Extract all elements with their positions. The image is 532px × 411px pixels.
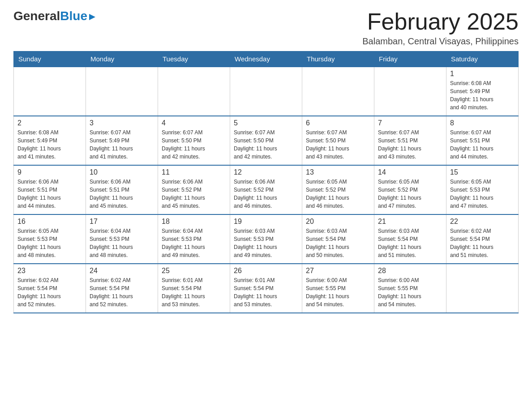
calendar-cell: 23Sunrise: 6:02 AM Sunset: 5:54 PM Dayli… [14,264,86,313]
calendar-cell: 15Sunrise: 6:05 AM Sunset: 5:53 PM Dayli… [446,165,519,214]
day-number: 18 [162,218,226,226]
calendar-day-header: Thursday [302,51,374,67]
day-number: 23 [17,267,82,275]
day-number: 24 [90,267,154,275]
day-number: 26 [234,267,298,275]
day-number: 10 [90,168,154,176]
calendar-table: SundayMondayTuesdayWednesdayThursdayFrid… [13,51,519,313]
day-info: Sunrise: 6:04 AM Sunset: 5:53 PM Dayligh… [90,227,154,259]
day-info: Sunrise: 6:03 AM Sunset: 5:54 PM Dayligh… [378,227,442,259]
day-info: Sunrise: 6:05 AM Sunset: 5:53 PM Dayligh… [17,227,82,259]
calendar-cell: 14Sunrise: 6:05 AM Sunset: 5:52 PM Dayli… [374,165,446,214]
logo: GeneralBlue [13,9,96,23]
day-info: Sunrise: 6:08 AM Sunset: 5:49 PM Dayligh… [17,128,82,161]
calendar-cell: 8Sunrise: 6:07 AM Sunset: 5:51 PM Daylig… [446,116,519,165]
calendar-cell [158,67,230,116]
calendar-cell: 20Sunrise: 6:03 AM Sunset: 5:54 PM Dayli… [302,214,374,264]
day-number: 7 [378,119,442,127]
day-number: 21 [378,218,442,226]
day-number: 9 [17,168,82,176]
day-info: Sunrise: 6:06 AM Sunset: 5:51 PM Dayligh… [90,178,154,210]
calendar-cell [230,67,302,116]
calendar-cell: 26Sunrise: 6:01 AM Sunset: 5:54 PM Dayli… [230,264,302,313]
day-info: Sunrise: 6:03 AM Sunset: 5:54 PM Dayligh… [306,227,370,259]
day-info: Sunrise: 6:07 AM Sunset: 5:51 PM Dayligh… [450,128,515,161]
day-number: 17 [90,218,154,226]
calendar-day-header: Monday [86,51,158,67]
calendar-cell: 1Sunrise: 6:08 AM Sunset: 5:49 PM Daylig… [446,67,519,116]
day-info: Sunrise: 6:00 AM Sunset: 5:55 PM Dayligh… [306,276,370,308]
calendar-cell [446,264,519,313]
calendar-cell [86,67,158,116]
day-number: 25 [162,267,226,275]
day-info: Sunrise: 6:07 AM Sunset: 5:50 PM Dayligh… [306,128,370,161]
day-info: Sunrise: 6:05 AM Sunset: 5:52 PM Dayligh… [378,178,442,210]
day-number: 20 [306,218,370,226]
calendar-week-row: 16Sunrise: 6:05 AM Sunset: 5:53 PM Dayli… [14,214,519,264]
logo-arrow-icon [88,9,96,23]
calendar-week-row: 1Sunrise: 6:08 AM Sunset: 5:49 PM Daylig… [14,67,519,116]
calendar-cell: 17Sunrise: 6:04 AM Sunset: 5:53 PM Dayli… [86,214,158,264]
calendar-cell: 24Sunrise: 6:02 AM Sunset: 5:54 PM Dayli… [86,264,158,313]
calendar-cell [374,67,446,116]
day-info: Sunrise: 6:02 AM Sunset: 5:54 PM Dayligh… [90,276,154,308]
calendar-cell: 4Sunrise: 6:07 AM Sunset: 5:50 PM Daylig… [158,116,230,165]
calendar-cell: 11Sunrise: 6:06 AM Sunset: 5:52 PM Dayli… [158,165,230,214]
day-info: Sunrise: 6:01 AM Sunset: 5:54 PM Dayligh… [234,276,298,308]
calendar-cell [14,67,86,116]
day-info: Sunrise: 6:06 AM Sunset: 5:51 PM Dayligh… [17,178,82,210]
day-number: 3 [90,119,154,127]
day-info: Sunrise: 6:02 AM Sunset: 5:54 PM Dayligh… [17,276,82,308]
subtitle: Balamban, Central Visayas, Philippines [362,36,519,47]
day-info: Sunrise: 6:05 AM Sunset: 5:52 PM Dayligh… [306,178,370,210]
calendar-header-row: SundayMondayTuesdayWednesdayThursdayFrid… [14,51,519,67]
calendar-cell: 21Sunrise: 6:03 AM Sunset: 5:54 PM Dayli… [374,214,446,264]
day-number: 6 [306,119,370,127]
day-number: 5 [234,119,298,127]
calendar-cell: 13Sunrise: 6:05 AM Sunset: 5:52 PM Dayli… [302,165,374,214]
calendar-cell: 9Sunrise: 6:06 AM Sunset: 5:51 PM Daylig… [14,165,86,214]
day-info: Sunrise: 6:05 AM Sunset: 5:53 PM Dayligh… [450,178,515,210]
day-number: 1 [450,70,515,78]
day-number: 4 [162,119,226,127]
calendar-cell: 10Sunrise: 6:06 AM Sunset: 5:51 PM Dayli… [86,165,158,214]
day-number: 28 [378,267,442,275]
page-header: GeneralBlue February 2025 Balamban, Cent… [13,9,519,47]
calendar-day-header: Friday [374,51,446,67]
day-number: 12 [234,168,298,176]
month-title: February 2025 [362,9,519,34]
calendar-cell: 16Sunrise: 6:05 AM Sunset: 5:53 PM Dayli… [14,214,86,264]
svg-marker-0 [89,14,95,20]
day-number: 11 [162,168,226,176]
calendar-day-header: Wednesday [230,51,302,67]
day-info: Sunrise: 6:04 AM Sunset: 5:53 PM Dayligh… [162,227,226,259]
calendar-week-row: 2Sunrise: 6:08 AM Sunset: 5:49 PM Daylig… [14,116,519,165]
calendar-day-header: Sunday [14,51,86,67]
day-info: Sunrise: 6:08 AM Sunset: 5:49 PM Dayligh… [450,79,515,111]
day-info: Sunrise: 6:07 AM Sunset: 5:50 PM Dayligh… [162,128,226,161]
calendar-cell: 3Sunrise: 6:07 AM Sunset: 5:49 PM Daylig… [86,116,158,165]
logo-blue: Blue [60,9,87,23]
day-info: Sunrise: 6:07 AM Sunset: 5:50 PM Dayligh… [234,128,298,161]
day-number: 16 [17,218,82,226]
day-info: Sunrise: 6:06 AM Sunset: 5:52 PM Dayligh… [234,178,298,210]
day-number: 22 [450,218,515,226]
calendar-week-row: 23Sunrise: 6:02 AM Sunset: 5:54 PM Dayli… [14,264,519,313]
day-info: Sunrise: 6:02 AM Sunset: 5:54 PM Dayligh… [450,227,515,259]
calendar-day-header: Saturday [446,51,519,67]
calendar-cell [302,67,374,116]
calendar-cell: 7Sunrise: 6:07 AM Sunset: 5:51 PM Daylig… [374,116,446,165]
calendar-cell: 28Sunrise: 6:00 AM Sunset: 5:55 PM Dayli… [374,264,446,313]
day-info: Sunrise: 6:07 AM Sunset: 5:51 PM Dayligh… [378,128,442,161]
calendar-cell: 5Sunrise: 6:07 AM Sunset: 5:50 PM Daylig… [230,116,302,165]
title-section: February 2025 Balamban, Central Visayas,… [362,9,519,47]
day-number: 14 [378,168,442,176]
day-info: Sunrise: 6:07 AM Sunset: 5:49 PM Dayligh… [90,128,154,161]
day-info: Sunrise: 6:03 AM Sunset: 5:53 PM Dayligh… [234,227,298,259]
calendar-day-header: Tuesday [158,51,230,67]
day-info: Sunrise: 6:06 AM Sunset: 5:52 PM Dayligh… [162,178,226,210]
calendar-cell: 6Sunrise: 6:07 AM Sunset: 5:50 PM Daylig… [302,116,374,165]
calendar-cell: 27Sunrise: 6:00 AM Sunset: 5:55 PM Dayli… [302,264,374,313]
day-number: 13 [306,168,370,176]
calendar-cell: 18Sunrise: 6:04 AM Sunset: 5:53 PM Dayli… [158,214,230,264]
